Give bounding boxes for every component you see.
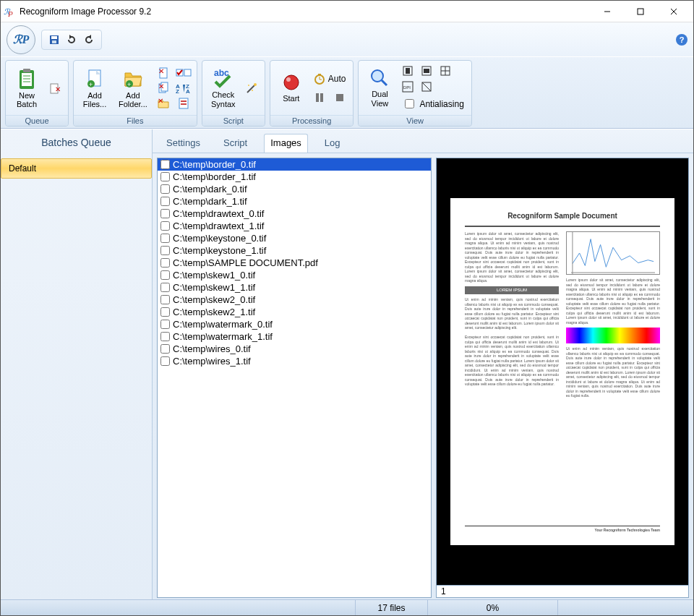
minimize-button[interactable] <box>591 1 624 22</box>
svg-rect-52 <box>316 93 319 102</box>
ribbon-group-view: Dual View DPI Antialiasing <box>358 60 471 127</box>
file-row[interactable]: C:\temp\dark_0.tif <box>158 183 431 195</box>
file-checkbox[interactable] <box>160 258 170 268</box>
antialiasing-checkbox-row[interactable]: Antialiasing <box>399 95 466 112</box>
file-row[interactable]: C:\temp\border_1.tif <box>158 171 431 183</box>
close-button[interactable] <box>657 1 690 22</box>
preview-canvas[interactable]: Recogniform Sample Document Lorem ipsum … <box>436 158 689 586</box>
actual-size-icon <box>440 65 451 77</box>
doc-chart <box>566 231 660 275</box>
file-path: C:\temp\drawtext_1.tif <box>173 221 264 231</box>
file-row[interactable]: C:\temp\skew1_1.tif <box>158 281 431 294</box>
files-x-icon: ✕ <box>157 82 170 95</box>
file-row[interactable]: C:\temp\watermark_1.tif <box>158 330 431 343</box>
file-row[interactable]: C:\temp\watermark_0.tif <box>158 318 431 330</box>
antialiasing-checkbox[interactable] <box>405 99 414 108</box>
auto-checkbox-row[interactable]: Auto <box>311 72 349 86</box>
refresh-files-button[interactable] <box>175 96 192 111</box>
file-row[interactable]: C:\temp\SAMPLE DOCUMENT.pdf <box>158 257 431 269</box>
remove-checked-button[interactable]: ✕ <box>155 81 172 95</box>
file-list[interactable]: C:\temp\border_0.tifC:\temp\border_1.tif… <box>157 158 432 598</box>
file-path: C:\temp\wires_1.tif <box>173 356 251 367</box>
pause-icon <box>314 92 325 103</box>
redo-button[interactable] <box>64 32 80 48</box>
add-files-button[interactable]: + Add Files... <box>78 66 111 111</box>
file-checkbox[interactable] <box>160 234 170 243</box>
file-checkbox[interactable] <box>160 320 170 329</box>
dpi-button[interactable]: DPI <box>399 80 416 94</box>
doc-rainbow <box>566 328 660 343</box>
tab-images[interactable]: Images <box>264 134 308 153</box>
file-row[interactable]: C:\temp\skew1_0.tif <box>158 269 431 281</box>
add-folder-button[interactable]: + Add Folder... <box>114 66 152 111</box>
file-checkbox[interactable] <box>160 172 170 181</box>
file-row[interactable]: C:\temp\keystone_0.tif <box>158 232 431 244</box>
file-checkbox[interactable] <box>160 221 170 231</box>
file-checkbox[interactable] <box>160 197 170 206</box>
tab-script[interactable]: Script <box>217 134 254 153</box>
record-icon <box>281 72 301 93</box>
stop-button[interactable] <box>331 90 348 105</box>
magnifier-icon <box>369 68 390 88</box>
add-folder-label: Add Folder... <box>119 91 147 108</box>
group-label-files: Files <box>74 115 197 126</box>
svg-rect-13 <box>23 69 30 72</box>
save-button[interactable] <box>46 32 62 48</box>
svg-point-45 <box>252 90 253 91</box>
check-all-button[interactable] <box>175 66 192 80</box>
fit-page-button[interactable] <box>399 64 416 78</box>
file-checkbox[interactable] <box>160 344 170 354</box>
file-x-icon: ✕ <box>157 67 170 80</box>
app-menu-button[interactable]: ℛP <box>7 25 35 54</box>
file-path: C:\temp\SAMPLE DOCUMENT.pdf <box>173 257 318 268</box>
file-checkbox[interactable] <box>160 246 170 255</box>
grid-button[interactable] <box>418 80 435 94</box>
file-checkbox[interactable] <box>160 356 170 366</box>
svg-rect-53 <box>320 93 323 102</box>
file-checkbox[interactable] <box>160 332 170 341</box>
file-checkbox[interactable] <box>160 270 170 280</box>
undo-icon <box>83 34 95 46</box>
file-checkbox[interactable] <box>160 209 170 218</box>
script-wizard-button[interactable] <box>243 81 260 95</box>
batch-item[interactable]: Default <box>1 158 152 179</box>
file-row[interactable]: C:\temp\border_0.tif <box>158 158 431 171</box>
file-row[interactable]: C:\temp\drawtext_0.tif <box>158 208 431 220</box>
file-row[interactable]: C:\temp\wires_0.tif <box>158 343 431 355</box>
svg-point-55 <box>372 70 383 82</box>
file-checkbox[interactable] <box>160 184 170 194</box>
doc-section: LOREM IPSUM <box>465 286 559 295</box>
file-checkbox[interactable] <box>160 160 170 169</box>
file-checkbox[interactable] <box>160 283 170 292</box>
file-checkbox[interactable] <box>160 295 170 304</box>
fit-width-button[interactable] <box>418 64 435 78</box>
file-row[interactable]: C:\temp\dark_1.tif <box>158 195 431 208</box>
remove-file-button[interactable]: ✕ <box>155 66 172 80</box>
file-row[interactable]: C:\temp\keystone_1.tif <box>158 244 431 257</box>
svg-point-44 <box>248 85 249 86</box>
pause-button[interactable] <box>311 90 328 105</box>
new-batch-button[interactable]: New Batch <box>10 66 43 111</box>
file-row[interactable]: C:\temp\wires_1.tif <box>158 355 431 367</box>
svg-point-46 <box>284 75 299 90</box>
undo-button[interactable] <box>81 32 97 48</box>
file-row[interactable]: C:\temp\drawtext_1.tif <box>158 220 431 232</box>
actual-size-button[interactable] <box>437 64 454 78</box>
file-row[interactable]: C:\temp\skew2_1.tif <box>158 306 431 318</box>
sort-button[interactable]: AZZA <box>175 81 192 95</box>
dual-view-button[interactable]: Dual View <box>363 66 396 111</box>
file-path: C:\temp\skew2_0.tif <box>173 294 255 305</box>
start-button[interactable]: Start <box>275 66 308 111</box>
file-row[interactable]: C:\temp\skew2_0.tif <box>158 294 431 306</box>
svg-marker-10 <box>88 35 91 39</box>
tab-settings[interactable]: Settings <box>160 134 207 153</box>
maximize-button[interactable] <box>624 1 657 22</box>
file-path: C:\temp\border_1.tif <box>173 171 256 182</box>
tab-log[interactable]: Log <box>318 134 347 153</box>
file-checkbox[interactable] <box>160 307 170 317</box>
help-button[interactable]: ? <box>676 34 687 46</box>
check-syntax-button[interactable]: abc Check Syntax <box>207 66 240 111</box>
delete-batch-button[interactable]: ✕ <box>46 81 64 95</box>
file-path: C:\temp\dark_0.tif <box>173 184 247 194</box>
clear-files-button[interactable]: ✕ <box>155 96 172 111</box>
